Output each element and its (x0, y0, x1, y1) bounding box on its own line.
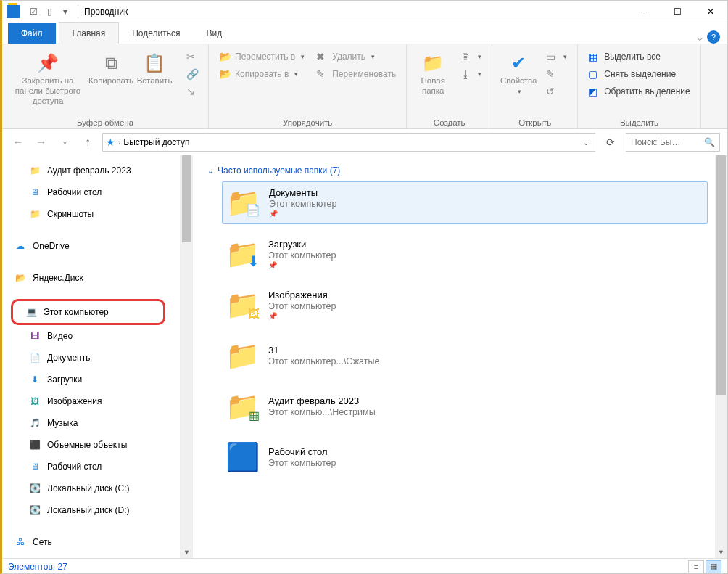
main-scrollbar[interactable]: ▼ (715, 155, 727, 558)
select-none-button[interactable]: ▢Снять выделение (584, 66, 695, 82)
tree-item[interactable]: ☁OneDrive (11, 235, 180, 257)
history-button[interactable]: ↺ (542, 83, 571, 99)
qat-new-folder-icon[interactable]: ▯ (43, 5, 56, 18)
copy-to-button[interactable]: 📂Копировать в▾ (215, 66, 309, 82)
disk-icon: 💽 (28, 482, 41, 495)
paste-button[interactable]: 📋 Вставить (134, 49, 175, 89)
scrollbar-down-arrow[interactable]: ▼ (715, 546, 727, 558)
tree-item[interactable]: 📁Аудит февраль 2023 (11, 160, 180, 181)
scrollbar-down-arrow[interactable]: ▼ (181, 546, 193, 558)
tree-item-label: Загрузки (47, 374, 82, 385)
tree-item[interactable]: 💽Локальный диск (D:) (11, 499, 180, 521)
pin-icon: 📌 (268, 261, 336, 269)
group-new-label: Создать (413, 117, 486, 127)
new-item-button[interactable]: 🗎▾ (456, 49, 486, 65)
tree-item[interactable]: 📄Документы (11, 347, 180, 369)
rename-button[interactable]: ✎Переименовать (312, 66, 400, 82)
scrollbar-thumb[interactable] (716, 155, 726, 395)
close-button[interactable]: ✕ (694, 1, 727, 22)
qat-customize-dropdown[interactable]: ▾ (59, 5, 72, 18)
forward-button[interactable]: → (33, 134, 50, 151)
details-view-button[interactable]: ≡ (688, 560, 704, 573)
tree-item[interactable]: 📂Яндекс.Диск (11, 267, 180, 289)
copy-icon: ⧉ (99, 52, 123, 75)
move-to-button[interactable]: 📂Переместить в▾ (215, 49, 309, 65)
navpane-scrollbar[interactable]: ▼ (181, 155, 193, 558)
folder-tile[interactable]: 📁🖼ИзображенияЭтот компьютер📌 (222, 284, 708, 325)
shortcut-icon: ↘ (186, 86, 198, 97)
minimize-button[interactable]: ─ (627, 1, 661, 22)
tree-item[interactable]: ⬇Загрузки (11, 369, 180, 390)
search-input[interactable] (631, 137, 704, 147)
tiles-view-button[interactable]: ▦ (706, 560, 721, 573)
tree-item[interactable]: 🖥Рабочий стол (11, 181, 180, 203)
pin-icon: 📌 (268, 312, 336, 320)
tree-item-label: Этот компьютер (44, 307, 109, 317)
copy-label: Копировать (88, 76, 133, 86)
easy-access-button[interactable]: ⭳▾ (456, 66, 486, 82)
group-new: 📁 Новая папка 🗎▾ ⭳▾ Создать (407, 44, 492, 128)
tree-item[interactable]: 🖧Сеть (11, 531, 180, 553)
up-button[interactable]: ↑ (79, 134, 96, 151)
qat-properties-icon[interactable]: ☑ (27, 5, 40, 18)
invert-label: Обратить выделение (604, 86, 690, 97)
tab-file[interactable]: Файл (8, 23, 56, 44)
paste-shortcut-button[interactable]: ↘ (182, 83, 202, 99)
search-box[interactable]: 🔍 (626, 133, 720, 152)
tree-item[interactable]: ⬛Объемные объекты (11, 434, 180, 456)
tree-item[interactable]: 🎵Музыка (11, 412, 180, 434)
group-organize-label: Упорядочить (215, 117, 400, 127)
folder-tile[interactable]: 🟦Рабочий столЭтот компьютер (222, 437, 708, 477)
tab-home[interactable]: Главная (59, 22, 120, 44)
breadcrumb-dropdown[interactable]: ⌄ (580, 139, 592, 147)
folder-tile[interactable]: 📁31Этот компьютер...\Сжатые (222, 335, 708, 376)
paste-label: Вставить (137, 76, 173, 86)
pin-quickaccess-button[interactable]: 📌 Закрепить на панели быстрого доступа (8, 49, 88, 109)
onedrive-icon: ☁ (14, 239, 27, 253)
open-button[interactable]: ▭▾ (542, 49, 571, 65)
tree-item[interactable]: 💽Локальный диск (C:) (11, 477, 180, 499)
group-open: ✔ Свойства ▾ ▭▾ ✎ ↺ Открыть (492, 44, 578, 128)
copypath-button[interactable]: 🔗 (182, 66, 202, 82)
delete-button[interactable]: ✖Удалить▾ (312, 49, 400, 65)
tree-item[interactable]: 💻Этот компьютер (11, 299, 165, 325)
tree-item-label: Видео (47, 331, 73, 341)
new-folder-button[interactable]: 📁 Новая папка (413, 49, 453, 99)
disk-icon: 💽 (28, 504, 41, 517)
tree-item[interactable]: 📁Скриншоты (11, 203, 180, 225)
tab-share[interactable]: Поделиться (119, 23, 193, 44)
maximize-button[interactable]: ☐ (661, 1, 694, 22)
folder-tile[interactable]: 📁▦Аудит февраль 2023Этот компью...\Нестр… (222, 386, 708, 427)
paste-icon: 📋 (143, 52, 166, 75)
tile-location: Этот компьютер (268, 458, 336, 468)
pin-label: Закрепить на панели быстрого доступа (9, 76, 86, 106)
tree-item[interactable]: 🎞Видео (11, 325, 180, 347)
properties-button[interactable]: ✔ Свойства ▾ (498, 49, 539, 98)
ribbon-collapse-button[interactable]: ⌵ (697, 31, 703, 43)
help-button[interactable]: ? (707, 30, 720, 44)
select-all-button[interactable]: ▦Выделить все (584, 49, 695, 65)
tree-item[interactable]: 🖥Рабочий стол (11, 456, 180, 477)
refresh-button[interactable]: ⟳ (601, 133, 620, 152)
scrollbar-thumb[interactable] (182, 155, 191, 242)
tab-view[interactable]: Вид (193, 23, 235, 44)
main-pane[interactable]: ⌄ Часто используемые папки (7) 📁📄Докумен… (193, 155, 715, 558)
image-icon: 📁🖼 (225, 287, 260, 322)
copy-button[interactable]: ⧉ Копировать (91, 49, 131, 89)
edit-button[interactable]: ✎ (542, 66, 571, 82)
tree-item[interactable]: 🖼Изображения (11, 390, 180, 412)
folder-tile[interactable]: 📁📄ДокументыЭтот компьютер📌 (222, 181, 708, 224)
breadcrumb-location[interactable]: Быстрый доступ (123, 137, 189, 147)
group-select: ▦Выделить все ▢Снять выделение ◩Обратить… (578, 44, 701, 128)
invert-selection-button[interactable]: ◩Обратить выделение (584, 83, 695, 99)
breadcrumb[interactable]: ★ › Быстрый доступ ⌄ (102, 133, 595, 152)
recent-locations-dropdown[interactable]: ▾ (56, 134, 73, 151)
group-clipboard-label: Буфер обмена (8, 117, 202, 127)
navigation-pane[interactable]: 📁Аудит февраль 2023🖥Рабочий стол📁Скриншо… (2, 155, 181, 558)
folder-tile[interactable]: 📁⬇ЗагрузкиЭтот компьютер📌 (222, 234, 708, 274)
section-title: Часто используемые папки (7) (218, 165, 340, 176)
cut-button[interactable]: ✂ (182, 49, 202, 65)
frequent-folders-header[interactable]: ⌄ Часто используемые папки (7) (207, 163, 708, 181)
delete-label: Удалить (332, 52, 365, 62)
back-button[interactable]: ← (9, 134, 27, 151)
